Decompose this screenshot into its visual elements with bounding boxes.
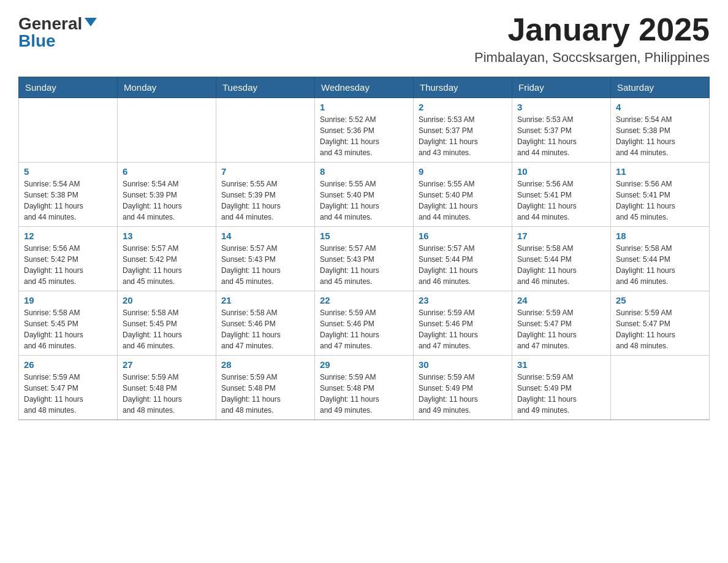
day-info: Sunrise: 5:59 AM Sunset: 5:49 PM Dayligh… xyxy=(419,372,507,416)
calendar-cell: 25Sunrise: 5:59 AM Sunset: 5:47 PM Dayli… xyxy=(611,291,710,356)
day-number: 19 xyxy=(24,295,112,305)
location-title: Pimbalayan, Soccsksargen, Philippines xyxy=(474,50,710,66)
day-number: 6 xyxy=(123,166,211,177)
day-number: 30 xyxy=(419,359,507,370)
day-number: 5 xyxy=(24,166,112,177)
calendar-cell: 24Sunrise: 5:59 AM Sunset: 5:47 PM Dayli… xyxy=(512,291,611,356)
day-number: 29 xyxy=(320,359,408,370)
day-info: Sunrise: 5:54 AM Sunset: 5:38 PM Dayligh… xyxy=(616,114,704,158)
calendar-cell: 22Sunrise: 5:59 AM Sunset: 5:46 PM Dayli… xyxy=(315,291,414,356)
calendar-cell: 11Sunrise: 5:56 AM Sunset: 5:41 PM Dayli… xyxy=(611,163,710,227)
weekday-header-friday: Friday xyxy=(512,77,611,98)
day-info: Sunrise: 5:58 AM Sunset: 5:44 PM Dayligh… xyxy=(616,243,704,287)
day-number: 7 xyxy=(221,166,309,177)
day-info: Sunrise: 5:53 AM Sunset: 5:37 PM Dayligh… xyxy=(517,114,605,158)
day-number: 23 xyxy=(419,295,507,305)
day-info: Sunrise: 5:57 AM Sunset: 5:43 PM Dayligh… xyxy=(221,243,309,287)
calendar-cell: 21Sunrise: 5:58 AM Sunset: 5:46 PM Dayli… xyxy=(216,291,315,356)
calendar-cell xyxy=(216,98,315,163)
calendar-cell: 23Sunrise: 5:59 AM Sunset: 5:46 PM Dayli… xyxy=(414,291,512,356)
day-number: 31 xyxy=(517,359,605,370)
day-number: 24 xyxy=(517,295,605,305)
calendar-week-3: 12Sunrise: 5:56 AM Sunset: 5:42 PM Dayli… xyxy=(19,227,710,291)
day-number: 15 xyxy=(320,231,408,241)
weekday-header-sunday: Sunday xyxy=(19,77,118,98)
calendar-cell: 15Sunrise: 5:57 AM Sunset: 5:43 PM Dayli… xyxy=(315,227,414,291)
day-info: Sunrise: 5:59 AM Sunset: 5:46 PM Dayligh… xyxy=(320,307,408,351)
month-title: January 2025 xyxy=(474,12,710,47)
day-info: Sunrise: 5:58 AM Sunset: 5:46 PM Dayligh… xyxy=(221,307,309,351)
day-number: 3 xyxy=(517,102,605,112)
calendar-cell: 30Sunrise: 5:59 AM Sunset: 5:49 PM Dayli… xyxy=(414,356,512,420)
logo-blue-text: Blue xyxy=(18,33,56,50)
day-info: Sunrise: 5:56 AM Sunset: 5:41 PM Dayligh… xyxy=(517,178,605,223)
calendar-week-1: 1Sunrise: 5:52 AM Sunset: 5:36 PM Daylig… xyxy=(19,98,710,163)
calendar-cell xyxy=(118,98,216,163)
day-number: 12 xyxy=(24,231,112,241)
calendar-cell: 27Sunrise: 5:59 AM Sunset: 5:48 PM Dayli… xyxy=(118,356,216,420)
day-number: 28 xyxy=(221,359,309,370)
calendar-cell: 12Sunrise: 5:56 AM Sunset: 5:42 PM Dayli… xyxy=(19,227,118,291)
calendar-body: 1Sunrise: 5:52 AM Sunset: 5:36 PM Daylig… xyxy=(19,98,710,420)
calendar-cell xyxy=(19,98,118,163)
day-info: Sunrise: 5:57 AM Sunset: 5:44 PM Dayligh… xyxy=(419,243,507,287)
weekday-header-saturday: Saturday xyxy=(611,77,710,98)
day-info: Sunrise: 5:58 AM Sunset: 5:45 PM Dayligh… xyxy=(24,307,112,351)
weekday-header-row: SundayMondayTuesdayWednesdayThursdayFrid… xyxy=(19,77,710,98)
day-info: Sunrise: 5:59 AM Sunset: 5:48 PM Dayligh… xyxy=(320,372,408,416)
logo-arrow-icon xyxy=(85,18,97,26)
day-number: 13 xyxy=(123,231,211,241)
day-number: 10 xyxy=(517,166,605,177)
day-info: Sunrise: 5:59 AM Sunset: 5:48 PM Dayligh… xyxy=(221,372,309,416)
calendar-cell: 6Sunrise: 5:54 AM Sunset: 5:39 PM Daylig… xyxy=(118,163,216,227)
calendar-cell: 18Sunrise: 5:58 AM Sunset: 5:44 PM Dayli… xyxy=(611,227,710,291)
day-info: Sunrise: 5:55 AM Sunset: 5:39 PM Dayligh… xyxy=(221,178,309,223)
day-info: Sunrise: 5:57 AM Sunset: 5:43 PM Dayligh… xyxy=(320,243,408,287)
day-info: Sunrise: 5:55 AM Sunset: 5:40 PM Dayligh… xyxy=(320,178,408,223)
calendar-cell: 16Sunrise: 5:57 AM Sunset: 5:44 PM Dayli… xyxy=(414,227,512,291)
day-number: 4 xyxy=(616,102,704,112)
calendar-cell: 28Sunrise: 5:59 AM Sunset: 5:48 PM Dayli… xyxy=(216,356,315,420)
day-info: Sunrise: 5:59 AM Sunset: 5:46 PM Dayligh… xyxy=(419,307,507,351)
calendar-header: SundayMondayTuesdayWednesdayThursdayFrid… xyxy=(19,77,710,98)
day-number: 8 xyxy=(320,166,408,177)
day-number: 2 xyxy=(419,102,507,112)
weekday-header-tuesday: Tuesday xyxy=(216,77,315,98)
day-info: Sunrise: 5:53 AM Sunset: 5:37 PM Dayligh… xyxy=(419,114,507,158)
calendar-cell: 5Sunrise: 5:54 AM Sunset: 5:38 PM Daylig… xyxy=(19,163,118,227)
logo: General Blue xyxy=(18,12,97,50)
day-number: 9 xyxy=(419,166,507,177)
calendar-cell: 7Sunrise: 5:55 AM Sunset: 5:39 PM Daylig… xyxy=(216,163,315,227)
calendar-cell: 3Sunrise: 5:53 AM Sunset: 5:37 PM Daylig… xyxy=(512,98,611,163)
day-info: Sunrise: 5:56 AM Sunset: 5:42 PM Dayligh… xyxy=(24,243,112,287)
day-info: Sunrise: 5:56 AM Sunset: 5:41 PM Dayligh… xyxy=(616,178,704,223)
day-info: Sunrise: 5:54 AM Sunset: 5:39 PM Dayligh… xyxy=(123,178,211,223)
day-number: 25 xyxy=(616,295,704,305)
weekday-header-thursday: Thursday xyxy=(414,77,512,98)
page-header: General Blue January 2025 Pimbalayan, So… xyxy=(18,12,710,66)
day-info: Sunrise: 5:59 AM Sunset: 5:49 PM Dayligh… xyxy=(517,372,605,416)
calendar-cell xyxy=(611,356,710,420)
calendar-cell: 26Sunrise: 5:59 AM Sunset: 5:47 PM Dayli… xyxy=(19,356,118,420)
weekday-header-wednesday: Wednesday xyxy=(315,77,414,98)
calendar-cell: 1Sunrise: 5:52 AM Sunset: 5:36 PM Daylig… xyxy=(315,98,414,163)
day-info: Sunrise: 5:59 AM Sunset: 5:47 PM Dayligh… xyxy=(24,372,112,416)
calendar-cell: 8Sunrise: 5:55 AM Sunset: 5:40 PM Daylig… xyxy=(315,163,414,227)
day-info: Sunrise: 5:58 AM Sunset: 5:45 PM Dayligh… xyxy=(123,307,211,351)
calendar-cell: 17Sunrise: 5:58 AM Sunset: 5:44 PM Dayli… xyxy=(512,227,611,291)
title-section: January 2025 Pimbalayan, Soccsksargen, P… xyxy=(474,12,710,66)
day-number: 20 xyxy=(123,295,211,305)
day-number: 26 xyxy=(24,359,112,370)
day-info: Sunrise: 5:55 AM Sunset: 5:40 PM Dayligh… xyxy=(419,178,507,223)
day-number: 27 xyxy=(123,359,211,370)
calendar-week-5: 26Sunrise: 5:59 AM Sunset: 5:47 PM Dayli… xyxy=(19,356,710,420)
day-info: Sunrise: 5:59 AM Sunset: 5:47 PM Dayligh… xyxy=(517,307,605,351)
calendar-week-2: 5Sunrise: 5:54 AM Sunset: 5:38 PM Daylig… xyxy=(19,163,710,227)
day-number: 22 xyxy=(320,295,408,305)
day-info: Sunrise: 5:52 AM Sunset: 5:36 PM Dayligh… xyxy=(320,114,408,158)
day-number: 14 xyxy=(221,231,309,241)
day-number: 11 xyxy=(616,166,704,177)
day-number: 17 xyxy=(517,231,605,241)
calendar-cell: 14Sunrise: 5:57 AM Sunset: 5:43 PM Dayli… xyxy=(216,227,315,291)
calendar-cell: 2Sunrise: 5:53 AM Sunset: 5:37 PM Daylig… xyxy=(414,98,512,163)
